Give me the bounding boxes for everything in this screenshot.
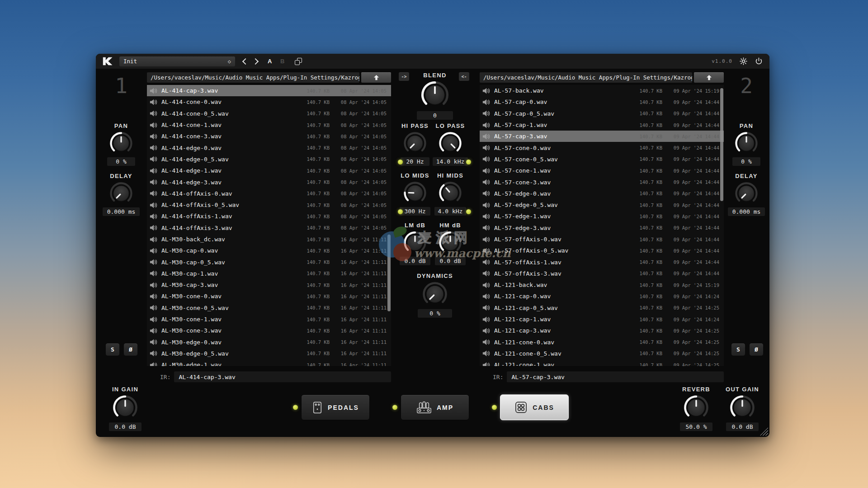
hipass-knob[interactable]	[403, 131, 427, 155]
file-row[interactable]: AL-57-cap-3.wav 140.7 KB 09 Apr '24 14:4…	[480, 131, 724, 142]
file-row[interactable]: AL-57-edge-1.wav 140.7 KB 09 Apr '24 14:…	[480, 211, 724, 222]
file-row[interactable]: AL-57-offAxis-1.wav 140.7 KB 09 Apr '24 …	[480, 256, 724, 267]
solo-1-button[interactable]: S	[105, 343, 120, 356]
file-row[interactable]: AL-414-cone-3.wav 140.7 KB 08 Apr '24 14…	[147, 131, 391, 142]
dynamics-value[interactable]: 0 %	[418, 309, 452, 318]
blend-value[interactable]: 0	[417, 111, 453, 120]
next-preset-button[interactable]	[252, 58, 259, 64]
dynamics-knob[interactable]	[422, 282, 448, 307]
file-row[interactable]: AL-121-cap-1.wav 140.7 KB 09 Apr '24 14:…	[480, 314, 724, 325]
file-row[interactable]: AL-M30-back_dc.wav 140.7 KB 16 Apr '24 1…	[147, 234, 391, 245]
browser-1-path[interactable]: /Users/vaceslav/Music/Audio Music Apps/P…	[147, 72, 359, 83]
phase-2-button[interactable]: Ø	[749, 343, 764, 356]
pan-1-knob[interactable]	[109, 131, 133, 155]
file-row[interactable]: AL-121-cone-0_5.wav 140.7 KB 09 Apr '24 …	[480, 348, 724, 359]
file-row[interactable]: AL-121-cap-0_5.wav 140.7 KB 09 Apr '24 1…	[480, 302, 724, 314]
lomids-knob[interactable]	[403, 181, 427, 205]
preset-selector[interactable]: Init ◇	[119, 56, 235, 66]
file-row[interactable]: AL-414-offAxis-0.wav 140.7 KB 08 Apr '24…	[147, 188, 391, 199]
amp-button[interactable]: AMP	[401, 394, 469, 420]
out-gain-value[interactable]: 0.0 dB	[726, 422, 759, 431]
pan-2-value[interactable]: 0 %	[732, 157, 760, 166]
file-row[interactable]: AL-M30-edge-0_5.wav 140.7 KB 16 Apr '24 …	[147, 348, 391, 359]
file-row[interactable]: AL-414-offAxis-3.wav 140.7 KB 08 Apr '24…	[147, 222, 391, 234]
file-row[interactable]: AL-414-cone-0_5.wav 140.7 KB 08 Apr '24 …	[147, 108, 391, 119]
copy-icon[interactable]	[295, 58, 302, 65]
out-gain-knob[interactable]	[730, 395, 755, 420]
scrollbar-thumb-1[interactable]	[387, 235, 391, 311]
reverb-value[interactable]: 50.0 %	[680, 422, 712, 431]
file-row[interactable]: AL-414-edge-3.wav 140.7 KB 08 Apr '24 14…	[147, 176, 391, 188]
file-row[interactable]: AL-57-edge-0.wav 140.7 KB 09 Apr '24 14:…	[480, 188, 724, 199]
delay-1-knob[interactable]	[109, 182, 133, 205]
copy-to-left-button[interactable]: <-	[459, 72, 469, 81]
file-row[interactable]: AL-M30-edge-1.wav 140.7 KB 16 Apr '24 11…	[147, 359, 391, 366]
pan-2-knob[interactable]	[735, 131, 758, 155]
file-row[interactable]: AL-57-offAxis-0_5.wav 140.7 KB 09 Apr '2…	[480, 245, 724, 256]
blend-knob[interactable]	[421, 81, 449, 109]
file-row[interactable]: AL-57-cap-1.wav 140.7 KB 09 Apr '24 14:4…	[480, 119, 724, 131]
file-row[interactable]: AL-121-cap-3.wav 140.7 KB 09 Apr '24 14:…	[480, 325, 724, 336]
hmdb-value[interactable]: 0.0 dB	[435, 257, 466, 265]
cabs-button[interactable]: CABS	[500, 394, 569, 420]
prev-preset-button[interactable]	[242, 58, 249, 64]
file-row[interactable]: AL-M30-cap-3.wav 140.7 KB 16 Apr '24 11:…	[147, 279, 391, 291]
himids-knob[interactable]	[439, 181, 462, 205]
file-row[interactable]: AL-57-cone-0.wav 140.7 KB 09 Apr '24 14:…	[480, 142, 724, 153]
file-row[interactable]: AL-M30-cone-0_5.wav 140.7 KB 16 Apr '24 …	[147, 302, 391, 314]
file-row[interactable]: AL-121-cone-0.wav 140.7 KB 09 Apr '24 14…	[480, 337, 724, 348]
file-row[interactable]: AL-414-offAxis-1.wav 140.7 KB 08 Apr '24…	[147, 211, 391, 222]
file-row[interactable]: AL-414-cone-1.wav 140.7 KB 08 Apr '24 14…	[147, 119, 391, 131]
file-row[interactable]: AL-M30-edge-0.wav 140.7 KB 16 Apr '24 11…	[147, 337, 391, 348]
lomids-value[interactable]: 300 Hz	[400, 207, 430, 216]
hmdb-knob[interactable]	[439, 231, 462, 254]
file-row[interactable]: AL-57-cone-3.wav 140.7 KB 09 Apr '24 14:…	[480, 176, 724, 188]
hipass-value[interactable]: 20 Hz	[401, 157, 429, 166]
in-gain-knob[interactable]	[113, 395, 138, 420]
gear-icon[interactable]	[739, 57, 748, 66]
file-row[interactable]: AL-57-edge-0_5.wav 140.7 KB 09 Apr '24 1…	[480, 199, 724, 211]
file-row[interactable]: AL-57-offAxis-3.wav 140.7 KB 09 Apr '24 …	[480, 268, 724, 279]
file-row[interactable]: AL-57-cone-0_5.wav 140.7 KB 09 Apr '24 1…	[480, 154, 724, 165]
file-row[interactable]: AL-121-cone-1.wav 140.7 KB 09 Apr '24 14…	[480, 359, 724, 366]
phase-1-button[interactable]: Ø	[123, 343, 138, 356]
file-row[interactable]: AL-57-cap-0_5.wav 140.7 KB 09 Apr '24 14…	[480, 108, 724, 119]
lmdb-value[interactable]: 0.0 dB	[400, 257, 430, 265]
power-icon[interactable]	[755, 57, 763, 66]
file-row[interactable]: AL-414-cone-0.wav 140.7 KB 08 Apr '24 14…	[147, 96, 391, 108]
file-row[interactable]: AL-414-cap-3.wav 140.7 KB 08 Apr '24 14:…	[147, 85, 391, 96]
file-row[interactable]: AL-57-back.wav 140.7 KB 09 Apr '24 15:19	[480, 85, 724, 96]
file-row[interactable]: AL-414-offAxis-0_5.wav 140.7 KB 08 Apr '…	[147, 199, 391, 211]
ab-slot-b-button[interactable]: B	[280, 58, 285, 65]
file-row[interactable]: AL-121-back.wav 140.7 KB 09 Apr '24 15:1…	[480, 279, 724, 291]
file-row[interactable]: AL-M30-cap-0.wav 140.7 KB 16 Apr '24 11:…	[147, 245, 391, 256]
file-row[interactable]: AL-57-offAxis-0.wav 140.7 KB 09 Apr '24 …	[480, 234, 724, 245]
file-row[interactable]: AL-M30-cone-3.wav 140.7 KB 16 Apr '24 11…	[147, 325, 391, 336]
file-row[interactable]: AL-M30-cap-1.wav 140.7 KB 16 Apr '24 11:…	[147, 268, 391, 279]
file-row[interactable]: AL-M30-cone-0.wav 140.7 KB 16 Apr '24 11…	[147, 291, 391, 302]
copy-to-right-button[interactable]: ->	[399, 72, 409, 81]
folder-up-button[interactable]	[694, 72, 724, 83]
ab-slot-a-button[interactable]: A	[268, 58, 272, 65]
scrollbar-thumb-2[interactable]	[720, 88, 723, 201]
file-row[interactable]: AL-M30-cap-0_5.wav 140.7 KB 16 Apr '24 1…	[147, 256, 391, 267]
file-row[interactable]: AL-414-edge-0.wav 140.7 KB 08 Apr '24 14…	[147, 142, 391, 153]
file-row[interactable]: AL-121-cap-0.wav 140.7 KB 09 Apr '24 14:…	[480, 291, 724, 302]
file-row[interactable]: AL-M30-cone-1.wav 140.7 KB 16 Apr '24 11…	[147, 314, 391, 325]
pan-1-value[interactable]: 0 %	[107, 157, 135, 166]
file-row[interactable]: AL-57-cone-1.wav 140.7 KB 09 Apr '24 14:…	[480, 165, 724, 176]
himids-value[interactable]: 4.0 kHz	[434, 207, 467, 216]
file-row[interactable]: AL-57-cap-0.wav 140.7 KB 09 Apr '24 14:4…	[480, 96, 724, 108]
delay-2-value[interactable]: 0.000 ms	[728, 207, 765, 216]
browser-2-path[interactable]: /Users/vaceslav/Music/Audio Music Apps/P…	[480, 72, 692, 83]
lopass-value[interactable]: 14.0 kHz	[433, 157, 468, 166]
delay-1-value[interactable]: 0.000 ms	[103, 207, 140, 216]
file-row[interactable]: AL-57-edge-3.wav 140.7 KB 09 Apr '24 14:…	[480, 222, 724, 234]
solo-2-button[interactable]: S	[731, 343, 745, 356]
reverb-knob[interactable]	[684, 395, 709, 420]
pedals-button[interactable]: PEDALS	[301, 394, 370, 420]
lopass-knob[interactable]	[439, 131, 462, 155]
in-gain-value[interactable]: 0.0 dB	[109, 422, 142, 431]
folder-up-button[interactable]	[361, 72, 391, 83]
delay-2-knob[interactable]	[735, 182, 758, 205]
